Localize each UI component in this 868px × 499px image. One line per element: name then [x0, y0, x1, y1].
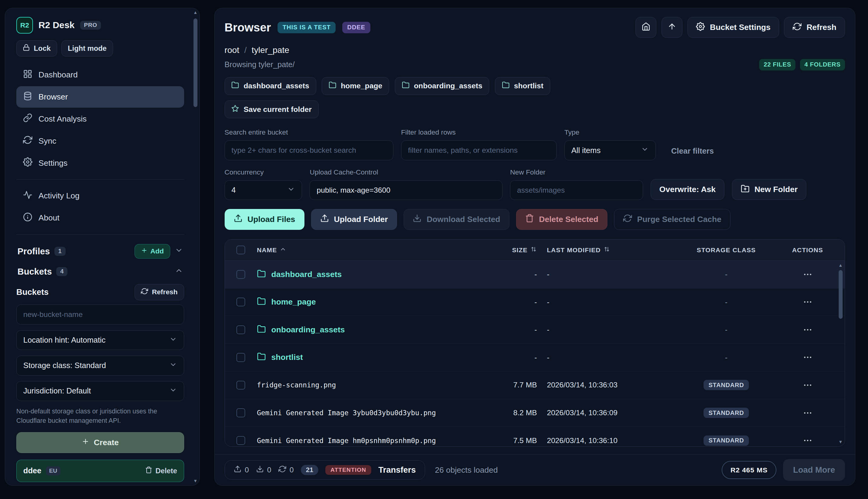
create-bucket-button[interactable]: Create	[16, 432, 184, 453]
new-folder-button[interactable]: New Folder	[732, 179, 806, 200]
bucket-item-ddee[interactable]: ddee EU Delete	[16, 460, 184, 482]
row-checkbox[interactable]	[236, 325, 245, 334]
table-row[interactable]: shortlist - - -	[225, 344, 845, 372]
bucket-settings-button[interactable]: Bucket Settings	[687, 17, 779, 38]
column-header-name[interactable]: NAME	[257, 246, 486, 254]
sidebar-scrollbar[interactable]: ▲ ▼	[192, 10, 198, 484]
row-checkbox[interactable]	[236, 353, 245, 362]
folder-chip-onboarding-assets[interactable]: onboarding_assets	[395, 77, 489, 95]
row-checkbox[interactable]	[236, 270, 245, 279]
scrollbar-thumb[interactable]	[839, 270, 843, 319]
column-header-modified[interactable]: LAST MODIFIED	[537, 246, 674, 254]
table-row[interactable]: home_page - - -	[225, 289, 845, 316]
row-name[interactable]: Gemini_Generated_Image_3ybu0d3ybu0d3ybu.…	[257, 409, 436, 417]
table-row[interactable]: Gemini_Generated_Image_3ybu0d3ybu0d3ybu.…	[225, 399, 845, 427]
add-profile-button[interactable]: Add	[135, 244, 170, 258]
search-bucket-input[interactable]	[225, 140, 393, 160]
buckets-section-header[interactable]: Buckets 4	[16, 263, 184, 281]
sidebar-item-browser[interactable]: Browser	[16, 86, 184, 108]
transfers-button[interactable]: 0 0 0 21 ATTENTION Transfers	[225, 460, 425, 480]
storage-class-select[interactable]: Storage class: Standard	[16, 356, 184, 376]
column-header-size[interactable]: SIZE	[486, 246, 537, 254]
scroll-down-icon[interactable]: ▼	[193, 478, 197, 484]
cache-control-label: Upload Cache-Control	[310, 168, 502, 176]
row-checkbox[interactable]	[236, 436, 245, 445]
row-name[interactable]: fridge-scanning.png	[257, 381, 336, 389]
row-actions-menu[interactable]	[778, 297, 837, 307]
table-row[interactable]: dashboard_assets - - -	[225, 261, 845, 289]
up-level-button[interactable]	[661, 17, 683, 38]
download-count: 0	[256, 465, 271, 475]
row-name[interactable]: Gemini_Generated_Image_hm0psnhm0psnhm0p.…	[257, 437, 436, 445]
row-actions-menu[interactable]	[778, 269, 837, 279]
refresh-button[interactable]: Refresh	[784, 17, 845, 38]
nav-label: Settings	[38, 158, 67, 168]
bucket-name: ddee	[23, 466, 41, 475]
buckets-refresh-button[interactable]: Refresh	[135, 284, 184, 300]
upload-folder-button[interactable]: Upload Folder	[311, 209, 397, 230]
chevron-up-icon[interactable]	[175, 266, 183, 277]
select-all-checkbox[interactable]	[236, 246, 245, 254]
cache-control-input[interactable]	[310, 180, 502, 200]
purge-cache-button[interactable]: Purge Selected Cache	[614, 209, 730, 230]
row-checkbox[interactable]	[236, 381, 245, 390]
jurisdiction-select[interactable]: Jurisdiction: Default	[16, 381, 184, 401]
type-select[interactable]: All items	[565, 140, 656, 160]
concurrency-select[interactable]: 4	[225, 180, 302, 200]
table-header: NAME SIZE LAST MODIFIED STORAGE CLASS AC…	[225, 240, 845, 261]
scroll-up-icon[interactable]: ▲	[839, 263, 843, 268]
upload-files-button[interactable]: Upload Files	[225, 209, 305, 230]
profiles-section-header[interactable]: Profiles 1 Add	[16, 240, 184, 263]
filter-rows-input[interactable]	[401, 140, 557, 160]
table-row[interactable]: fridge-scanning.png 7.7 MB 2026/03/14, 1…	[225, 372, 845, 399]
row-actions-menu[interactable]	[778, 408, 837, 418]
row-name-link[interactable]: onboarding_assets	[271, 325, 345, 334]
row-checkbox[interactable]	[236, 408, 245, 417]
table-scrollbar[interactable]: ▲ ▼	[838, 263, 844, 445]
lock-button[interactable]: Lock	[16, 40, 57, 57]
app-header: R2 R2 Desk PRO	[16, 17, 184, 34]
light-mode-button[interactable]: Light mode	[61, 40, 113, 57]
table-row[interactable]: Gemini_Generated_Image_hm0psnhm0psnhm0p.…	[225, 427, 845, 446]
breadcrumb-root[interactable]: root	[225, 45, 239, 55]
queue-count-badge: 21	[301, 465, 318, 475]
delete-selected-button[interactable]: Delete Selected	[516, 209, 607, 230]
save-current-folder-button[interactable]: Save current folder	[225, 100, 319, 118]
lock-icon	[23, 44, 30, 53]
scroll-up-icon[interactable]: ▲	[193, 10, 197, 15]
sidebar-item-settings[interactable]: Settings	[16, 153, 184, 174]
row-actions-menu[interactable]	[778, 380, 837, 390]
sidebar-item-about[interactable]: About	[16, 207, 184, 229]
download-selected-button[interactable]: Download Selected	[404, 209, 509, 230]
load-more-button[interactable]: Load More	[783, 459, 845, 481]
new-folder-input[interactable]	[510, 180, 643, 200]
row-name-link[interactable]: home_page	[271, 297, 315, 307]
overwrite-mode-button[interactable]: Overwrite: Ask	[650, 179, 724, 200]
sidebar-item-cost-analysis[interactable]: Cost Analysis	[16, 108, 184, 130]
clear-filters-button[interactable]: Clear filters	[663, 147, 721, 160]
folder-chip-shortlist[interactable]: shortlist	[495, 77, 550, 95]
row-checkbox[interactable]	[236, 297, 245, 306]
row-name-link[interactable]: shortlist	[271, 353, 303, 362]
home-button[interactable]	[635, 17, 657, 38]
chevron-down-icon[interactable]	[175, 246, 183, 256]
folder-chip-home-page[interactable]: home_page	[322, 77, 389, 95]
scroll-down-icon[interactable]: ▼	[839, 439, 843, 445]
sidebar-item-sync[interactable]: Sync	[16, 130, 184, 152]
overwrite-mode-label: Overwrite: Ask	[659, 185, 716, 194]
location-hint-select[interactable]: Location hint: Automatic	[16, 330, 184, 350]
row-actions-menu[interactable]	[778, 436, 837, 446]
row-actions-menu[interactable]	[778, 352, 837, 362]
row-name-link[interactable]: dashboard_assets	[271, 270, 342, 279]
new-bucket-name-input[interactable]	[16, 305, 184, 325]
sidebar-item-activity-log[interactable]: Activity Log	[16, 185, 184, 207]
sidebar-item-dashboard[interactable]: Dashboard	[16, 64, 184, 86]
scrollbar-thumb[interactable]	[194, 19, 197, 107]
breadcrumb-separator: /	[244, 45, 247, 55]
table-row[interactable]: onboarding_assets - - -	[225, 316, 845, 344]
breadcrumb-current[interactable]: tyler_pate	[251, 45, 289, 55]
row-actions-menu[interactable]	[778, 325, 837, 335]
delete-bucket-button[interactable]: Delete	[145, 466, 177, 475]
folder-chip-dashboard-assets[interactable]: dashboard_assets	[225, 77, 316, 95]
profiles-count-badge: 1	[54, 247, 66, 256]
